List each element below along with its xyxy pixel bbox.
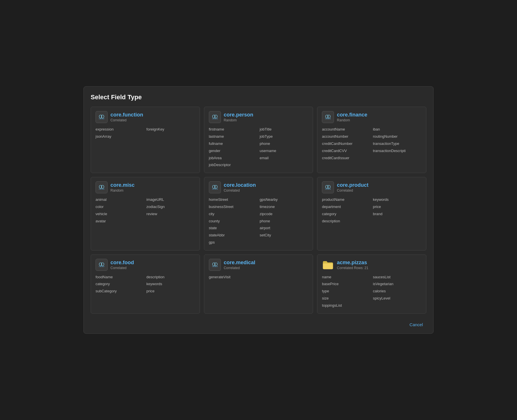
card-fields-acme-pizzas: namesaucesListbasePriceisVegetariantypec…	[322, 274, 421, 309]
field-item: type	[322, 288, 370, 294]
card-acme-pizzas[interactable]: acme.pizzasCorrelated Rows: 21namesauces…	[317, 254, 426, 314]
field-item: productName	[322, 197, 370, 203]
card-title-group-core-function: core.functionCorrelated	[110, 112, 143, 122]
field-item: routingNumber	[373, 134, 421, 140]
field-item: review	[146, 211, 195, 217]
card-title-group-core-misc: core.miscRandom	[110, 182, 135, 192]
svg-rect-55	[103, 266, 104, 267]
field-item: fullname	[209, 141, 257, 147]
field-item: description	[322, 218, 370, 224]
svg-rect-7	[103, 118, 104, 119]
field-item: iban	[373, 127, 421, 133]
svg-rect-14	[214, 118, 215, 119]
field-item	[260, 274, 308, 280]
card-name-core-function: core.function	[110, 112, 143, 118]
svg-rect-31	[103, 189, 104, 190]
field-item: creditCardIssuer	[322, 155, 370, 161]
cancel-button[interactable]: Cancel	[406, 320, 426, 329]
select-field-type-dialog: Select Field Type core.functionCorrelate…	[83, 86, 434, 333]
field-item: animal	[96, 197, 144, 203]
field-item: creditCardNumber	[322, 141, 370, 147]
brain-icon	[322, 111, 334, 123]
card-header-core-medical: core.medicalCorrelated	[209, 259, 308, 271]
card-name-acme-pizzas: acme.pizzas	[337, 260, 368, 266]
field-item: phone	[260, 141, 308, 147]
card-grid: core.functionCorrelatedexpressionforeign…	[91, 107, 426, 313]
field-item: subCategory	[96, 288, 144, 294]
svg-rect-23	[329, 118, 330, 119]
card-header-acme-pizzas: acme.pizzasCorrelated Rows: 21	[322, 259, 421, 271]
brain-icon	[96, 259, 108, 271]
card-title-group-acme-pizzas: acme.pizzasCorrelated Rows: 21	[337, 260, 368, 270]
card-title-group-core-product: core.productCorrelated	[337, 182, 368, 192]
card-name-core-person: core.person	[224, 112, 253, 118]
card-badge-core-medical: Correlated	[224, 266, 255, 270]
field-item: avatar	[96, 218, 144, 224]
svg-rect-61	[213, 266, 213, 267]
card-badge-core-misc: Random	[110, 188, 135, 192]
field-item: timezone	[260, 204, 308, 210]
card-title-group-core-location: core.locationCorrelated	[224, 182, 256, 192]
field-item	[373, 155, 421, 161]
field-item: phone	[260, 218, 308, 224]
card-core-location[interactable]: core.locationCorrelatedhomeStreetgpsNear…	[204, 177, 313, 250]
card-core-product[interactable]: core.productCorrelatedproductNamekeyword…	[317, 177, 426, 250]
card-title-group-core-food: core.foodCorrelated	[110, 260, 134, 270]
field-item: description	[146, 274, 195, 280]
card-name-core-food: core.food	[110, 260, 134, 266]
svg-rect-39	[216, 189, 217, 190]
card-badge-core-location: Correlated	[224, 188, 256, 192]
field-item: isVegetarian	[373, 281, 421, 287]
card-fields-core-misc: animalimageURLcolorzodiacSignvehiclerevi…	[96, 197, 195, 224]
card-name-core-misc: core.misc	[110, 182, 135, 188]
svg-rect-63	[216, 266, 217, 267]
folder-icon	[322, 259, 334, 271]
brain-icon	[322, 181, 334, 193]
dialog-title: Select Field Type	[91, 94, 426, 101]
card-name-core-product: core.product	[337, 182, 368, 188]
field-item: zipcode	[260, 211, 308, 217]
card-fields-core-medical: generateVisit	[209, 274, 308, 280]
brain-icon	[209, 181, 221, 193]
brain-icon	[209, 111, 221, 123]
field-item: setCity	[260, 232, 308, 238]
field-item: basePrice	[322, 281, 370, 287]
card-title-group-core-person: core.personRandom	[224, 112, 253, 122]
field-item: jsonArray	[96, 134, 144, 140]
card-core-food[interactable]: core.foodCorrelatedfoodNamedescriptionca…	[91, 254, 200, 314]
svg-rect-21	[326, 118, 327, 119]
card-header-core-finance: core.financeRandom	[322, 111, 421, 123]
field-item: gender	[209, 148, 257, 154]
card-fields-core-finance: accountNameibanaccountNumberroutingNumbe…	[322, 127, 421, 161]
card-core-misc[interactable]: core.miscRandomanimalimageURLcolorzodiac…	[91, 177, 200, 250]
card-core-medical[interactable]: core.medicalCorrelatedgenerateVisit	[204, 254, 313, 314]
card-header-core-product: core.productCorrelated	[322, 181, 421, 193]
field-item: businessStreet	[209, 204, 257, 210]
field-item: jobType	[260, 134, 308, 140]
field-item: zodiacSign	[146, 204, 195, 210]
card-core-function[interactable]: core.functionCorrelatedexpressionforeign…	[91, 107, 200, 173]
svg-rect-30	[101, 189, 102, 190]
field-item: department	[322, 204, 370, 210]
svg-rect-46	[327, 189, 328, 190]
field-item: gps	[209, 240, 257, 246]
card-header-core-food: core.foodCorrelated	[96, 259, 195, 271]
field-item: toppingsList	[322, 303, 370, 309]
card-name-core-finance: core.finance	[337, 112, 367, 118]
card-core-finance[interactable]: core.financeRandomaccountNameibanaccount…	[317, 107, 426, 173]
field-item: imageURL	[146, 197, 195, 203]
field-item: lastname	[209, 134, 257, 140]
card-header-core-function: core.functionCorrelated	[96, 111, 195, 123]
field-item: firstname	[209, 127, 257, 133]
card-fields-core-location: homeStreetgpsNearbybusinessStreettimezon…	[209, 197, 308, 246]
field-item: county	[209, 218, 257, 224]
card-fields-core-function: expressionforeignKeyjsonArray	[96, 127, 195, 140]
field-item: keywords	[146, 281, 195, 287]
field-item	[146, 218, 195, 224]
field-item	[260, 162, 308, 168]
card-badge-core-person: Random	[224, 118, 253, 122]
card-core-person[interactable]: core.personRandomfirstnamejobTitlelastna…	[204, 107, 313, 173]
field-item	[373, 303, 421, 309]
svg-rect-22	[327, 118, 328, 119]
svg-rect-15	[216, 118, 217, 119]
